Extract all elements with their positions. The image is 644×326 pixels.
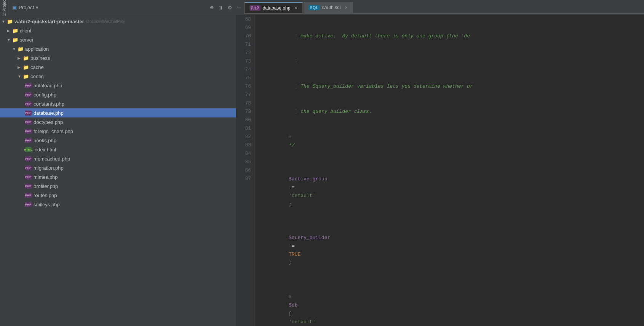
tree-item-config-php[interactable]: PHP config.php: [0, 90, 236, 99]
tree-hooks-label: hooks.php: [34, 138, 56, 143]
line-73-str: 'default': [289, 193, 315, 199]
line-72-close: */: [289, 143, 295, 148]
line-num-76: 76: [240, 82, 251, 91]
fold-gutter-68: [289, 25, 295, 31]
tree-item-client[interactable]: ▶ 📁 client: [0, 26, 236, 35]
tree-item-index-html[interactable]: HTML index.html: [0, 145, 236, 154]
arrow-cache: ▶: [18, 65, 23, 69]
project-tab-label[interactable]: 1: Project: [1, 0, 8, 19]
code-lines: | make active. By default there is only …: [255, 15, 644, 326]
line-74-op: =: [289, 243, 297, 249]
line-74-var: $query_builder: [289, 235, 330, 241]
tree-config-php-label: config.php: [34, 92, 56, 98]
php-icon-constants: PHP: [25, 101, 32, 106]
project-title: Project: [19, 5, 34, 10]
gutter-73: [289, 168, 295, 173]
arrow-client: ▶: [7, 29, 12, 33]
tree-config-label: config: [30, 74, 44, 79]
tree-profiler-label: profiler.php: [34, 183, 58, 189]
arrow-application: ▼: [12, 47, 18, 51]
php-icon-hooks: PHP: [25, 138, 32, 143]
tree-item-autoload[interactable]: PHP autoload.php: [0, 81, 236, 90]
line-70-comment: | The $query_builder variables lets you …: [289, 84, 473, 89]
code-line-70: | The $query_builder variables lets you …: [259, 74, 640, 99]
php-icon-doctypes: PHP: [25, 120, 32, 125]
line-74-semi: ;: [289, 260, 292, 266]
code-line-75: [259, 276, 640, 284]
tree-item-foreign-chars[interactable]: PHP foreign_chars.php: [0, 127, 236, 136]
line-69-comment: |: [289, 58, 297, 64]
tab-database-php[interactable]: PHP database.php ✕: [244, 2, 303, 13]
line-num-74: 74: [240, 66, 251, 74]
tree-smileys-label: smileys.php: [34, 202, 60, 207]
tree-business-label: business: [30, 55, 50, 61]
sidebar-tree: ▼ 📁 wafer2-quickstart-php-master D:\code…: [0, 15, 236, 210]
line-num-85: 85: [240, 158, 251, 166]
folder-server-icon: 📁: [12, 37, 18, 43]
sidebar: ▼ 📁 wafer2-quickstart-php-master D:\code…: [0, 15, 236, 326]
tabs-bar: PHP database.php ✕ SQL cAuth.sql ✕: [244, 2, 644, 14]
tree-database-label: database.php: [34, 110, 64, 116]
code-line-71: | the query builder class.: [259, 99, 640, 124]
line-71-comment: | the query builder class.: [289, 109, 372, 114]
tree-item-migration[interactable]: PHP migration.php: [0, 163, 236, 172]
tree-root-path: D:\code\WeChatProj: [86, 19, 125, 24]
line-num-80: 80: [240, 116, 251, 124]
sort-icon[interactable]: ⇅: [219, 4, 223, 11]
tab-cauth-close[interactable]: ✕: [344, 5, 348, 10]
tab-cauth-sql[interactable]: SQL cAuth.sql ✕: [304, 2, 353, 13]
minimize-icon[interactable]: —: [237, 4, 241, 11]
tree-autoload-label: autoload.php: [34, 83, 62, 88]
tree-root[interactable]: ▼ 📁 wafer2-quickstart-php-master D:\code…: [0, 17, 236, 26]
php-icon-memcached: PHP: [25, 156, 32, 161]
folder-client-icon: 📁: [12, 28, 18, 34]
tree-migration-label: migration.php: [34, 165, 64, 171]
line-num-83: 83: [240, 141, 251, 149]
line-num-68: 68: [240, 15, 251, 24]
line-num-79: 79: [240, 108, 251, 116]
fold-icon-72: ⊟: [289, 135, 293, 139]
line-num-78: 78: [240, 99, 251, 108]
tab-php-icon: PHP: [249, 5, 260, 11]
tree-item-config[interactable]: ▼ 📁 config: [0, 72, 236, 81]
tree-memcached-label: memcached.php: [34, 156, 70, 162]
line-num-70: 70: [240, 32, 251, 40]
folder-root-icon: 📁: [7, 19, 13, 24]
folder-application-icon: 📁: [18, 46, 24, 52]
tree-item-business[interactable]: ▶ 📁 business: [0, 53, 236, 63]
tree-foreign-chars-label: foreign_chars.php: [34, 128, 73, 134]
line-73-var: $active_group: [289, 176, 327, 182]
code-line-69: |: [259, 49, 640, 74]
php-icon-smileys: PHP: [25, 202, 32, 207]
tree-item-hooks[interactable]: PHP hooks.php: [0, 136, 236, 145]
php-icon-foreign-chars: PHP: [25, 129, 32, 134]
folder-config-icon: 📁: [23, 74, 29, 79]
line-num-73: 73: [240, 57, 251, 66]
tree-client-label: client: [20, 28, 31, 34]
tree-item-constants[interactable]: PHP constants.php: [0, 99, 236, 108]
project-dropdown-icon[interactable]: ▾: [36, 5, 38, 10]
tree-item-smileys[interactable]: PHP smileys.php: [0, 200, 236, 209]
code-line-68: | make active. By default there is only …: [259, 15, 640, 49]
tree-item-application[interactable]: ▼ 📁 application: [0, 44, 236, 53]
tab-database-close[interactable]: ✕: [294, 5, 298, 11]
vertical-tab: 1: Project: [0, 0, 8, 19]
tree-item-memcached[interactable]: PHP memcached.php: [0, 154, 236, 163]
code-editor[interactable]: 68 69 70 71 72 73 74 75 76 77 78 79 80 8…: [236, 15, 644, 326]
folder-cache-icon: 📁: [23, 64, 29, 70]
tree-mimes-label: mimes.php: [34, 174, 58, 180]
tree-root-label: wafer2-quickstart-php-master: [14, 19, 84, 24]
tree-item-routes[interactable]: PHP routes.php: [0, 191, 236, 200]
add-icon[interactable]: ⊕: [210, 4, 214, 11]
top-bar-left: ▣ Project ▾ ⊕ ⇅ ⚙ —: [8, 4, 244, 11]
line-74-true: TRUE: [289, 252, 300, 257]
tree-item-cache[interactable]: ▶ 📁 cache: [0, 63, 236, 72]
tree-item-server[interactable]: ▼ 📁 server: [0, 35, 236, 44]
html-icon-index: HTML: [25, 147, 32, 152]
settings-icon[interactable]: ⚙: [228, 4, 232, 11]
tree-item-doctypes[interactable]: PHP doctypes.php: [0, 117, 236, 127]
php-icon-mimes: PHP: [25, 175, 32, 180]
tree-item-profiler[interactable]: PHP profiler.php: [0, 181, 236, 191]
tree-item-database[interactable]: PHP database.php: [0, 108, 236, 117]
tree-item-mimes[interactable]: PHP mimes.php: [0, 172, 236, 181]
